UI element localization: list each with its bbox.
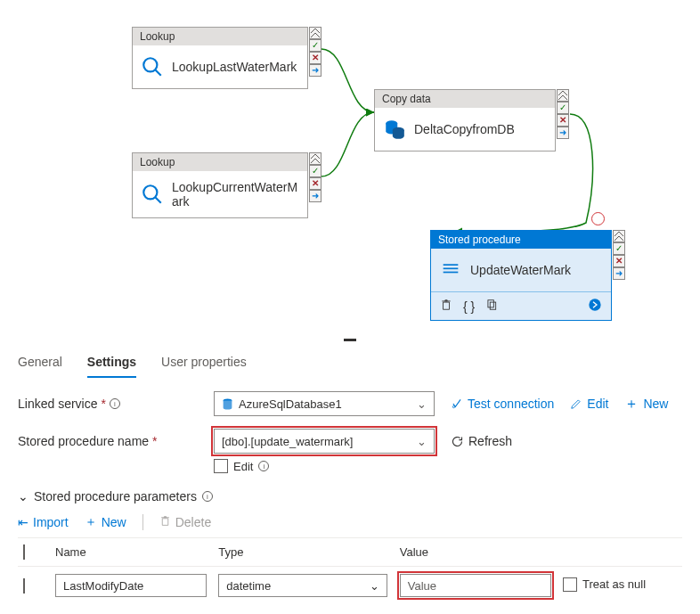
activity-stored-procedure[interactable]: Stored procedure UpdateWaterMark { } xyxy=(430,230,612,321)
activity-type-label: Stored procedure xyxy=(431,231,611,249)
activity-name: UpdateWaterMark xyxy=(470,263,571,277)
database-copy-icon xyxy=(382,117,407,142)
completion-icon[interactable]: ➜ xyxy=(613,267,625,280)
svg-rect-7 xyxy=(444,268,459,270)
collapse-icon[interactable] xyxy=(309,27,322,39)
failure-icon[interactable]: ✕ xyxy=(309,177,322,190)
delete-param-button[interactable]: Delete xyxy=(159,515,211,529)
delete-icon[interactable] xyxy=(440,299,452,314)
row-checkbox[interactable] xyxy=(23,578,25,594)
edit-checkbox[interactable] xyxy=(214,459,228,473)
import-icon: ⇤ xyxy=(18,515,28,529)
parameters-section-toggle[interactable]: ⌄ Stored procedure parameters i xyxy=(18,489,682,503)
treat-as-null-checkbox[interactable] xyxy=(563,577,577,592)
svg-point-0 xyxy=(143,58,157,71)
svg-rect-6 xyxy=(444,264,459,266)
failure-icon[interactable]: ✕ xyxy=(557,114,569,127)
table-row: LastModifyDate datetime ⌄ Value xyxy=(18,567,682,605)
new-linked-service-button[interactable]: ＋ New xyxy=(624,395,668,413)
activity-status-icons[interactable]: ✓ ✕ ➜ xyxy=(557,89,569,139)
param-name-input[interactable]: LastModifyDate xyxy=(55,574,207,597)
failure-icon[interactable]: ✕ xyxy=(309,52,322,64)
param-value-input[interactable]: Value xyxy=(400,574,551,597)
success-icon[interactable]: ✓ xyxy=(613,242,625,255)
collapse-icon[interactable] xyxy=(309,152,322,165)
collapse-icon[interactable] xyxy=(613,230,625,242)
svg-point-13 xyxy=(452,405,454,407)
param-type-select[interactable]: datetime ⌄ xyxy=(218,574,387,597)
svg-point-2 xyxy=(143,185,157,199)
copy-icon[interactable] xyxy=(485,299,498,314)
stored-procedure-value: [dbo].[update_watermark] xyxy=(222,435,353,448)
braces-icon[interactable]: { } xyxy=(463,299,475,314)
svg-rect-10 xyxy=(491,302,496,309)
linked-service-select[interactable]: AzureSqlDatabase1 ⌄ xyxy=(214,391,435,416)
arrow-right-circle-icon[interactable] xyxy=(588,298,602,315)
activity-type-label: Copy data xyxy=(375,90,555,108)
collapse-icon[interactable] xyxy=(557,89,569,102)
svg-line-3 xyxy=(155,197,161,203)
activity-lookup-current[interactable]: Lookup LookupCurrentWaterMark xyxy=(132,152,308,218)
activity-lookup-last[interactable]: Lookup LookupLastWaterMark xyxy=(132,27,308,89)
col-type: Type xyxy=(213,538,394,567)
success-icon[interactable]: ✓ xyxy=(309,39,322,52)
plus-icon: ＋ xyxy=(85,514,97,530)
failure-icon[interactable]: ✕ xyxy=(613,255,625,267)
completion-icon[interactable]: ➜ xyxy=(309,64,322,77)
chevron-down-icon: ⌄ xyxy=(370,579,379,593)
activity-name: DeltaCopyfromDB xyxy=(414,122,515,136)
magnifier-icon xyxy=(140,182,165,207)
parameters-table: Name Type Value LastModifyDate datetime … xyxy=(18,537,682,604)
success-icon[interactable]: ✓ xyxy=(309,165,322,177)
azure-sql-icon xyxy=(222,398,233,410)
linked-service-label: Linked service* i xyxy=(18,397,214,411)
new-param-button[interactable]: ＋ New xyxy=(85,514,126,530)
tab-settings[interactable]: Settings xyxy=(87,355,136,378)
import-button[interactable]: ⇤ Import xyxy=(18,515,69,529)
treat-as-null-label: Treat as null xyxy=(582,577,646,591)
success-icon[interactable]: ✓ xyxy=(557,102,569,114)
completion-icon[interactable]: ➜ xyxy=(557,127,569,139)
col-value: Value xyxy=(395,538,558,567)
edit-checkbox-label: Edit xyxy=(233,460,253,473)
col-name: Name xyxy=(50,538,213,567)
trash-icon xyxy=(159,515,171,529)
select-all-checkbox[interactable] xyxy=(23,544,25,560)
activity-name: LookupLastWaterMark xyxy=(172,60,297,74)
edit-linked-service-button[interactable]: Edit xyxy=(570,397,608,411)
linked-service-value: AzureSqlDatabase1 xyxy=(239,397,342,411)
stored-procedure-select[interactable]: [dbo].[update_watermark] ⌄ xyxy=(214,429,435,454)
parameters-section-title: Stored procedure parameters xyxy=(34,489,197,503)
activity-status-icons[interactable]: ✓ ✕ ➜ xyxy=(309,152,322,202)
activity-type-label: Lookup xyxy=(133,153,307,171)
svg-rect-9 xyxy=(488,300,493,307)
details-tabs: General Settings User properties xyxy=(0,346,700,379)
chevron-down-icon: ⌄ xyxy=(18,489,28,503)
chevron-down-icon: ⌄ xyxy=(417,435,427,448)
validation-indicator-icon xyxy=(591,212,605,225)
panel-resize-handle[interactable] xyxy=(344,339,356,341)
activity-copy-data[interactable]: Copy data DeltaCopyfromDB xyxy=(374,89,556,151)
activity-status-icons[interactable]: ✓ ✕ ➜ xyxy=(613,230,625,280)
info-icon[interactable]: i xyxy=(202,491,213,502)
stored-procedure-icon xyxy=(438,258,463,282)
svg-point-11 xyxy=(589,299,600,310)
test-connection-button[interactable]: Test connection xyxy=(451,397,554,411)
magnifier-icon xyxy=(140,54,165,79)
refresh-button[interactable]: Refresh xyxy=(451,434,512,448)
activity-toolbar: { } xyxy=(431,291,611,320)
completion-icon[interactable]: ➜ xyxy=(309,190,322,202)
svg-rect-8 xyxy=(444,272,459,274)
activity-type-label: Lookup xyxy=(133,28,307,45)
chevron-down-icon: ⌄ xyxy=(417,397,427,411)
stored-procedure-name-label: Stored procedure name* xyxy=(18,434,214,448)
tab-user-properties[interactable]: User properties xyxy=(161,355,247,378)
activity-status-icons[interactable]: ✓ ✕ ➜ xyxy=(309,27,322,77)
tab-general[interactable]: General xyxy=(18,355,62,378)
info-icon[interactable]: i xyxy=(258,461,269,471)
info-icon[interactable]: i xyxy=(110,398,120,409)
pipeline-canvas[interactable]: Lookup LookupLastWaterMark ✓ ✕ ➜ Lookup … xyxy=(0,0,700,339)
svg-line-1 xyxy=(155,70,161,76)
activity-name: LookupCurrentWaterMark xyxy=(172,180,300,209)
plus-icon: ＋ xyxy=(624,395,639,413)
